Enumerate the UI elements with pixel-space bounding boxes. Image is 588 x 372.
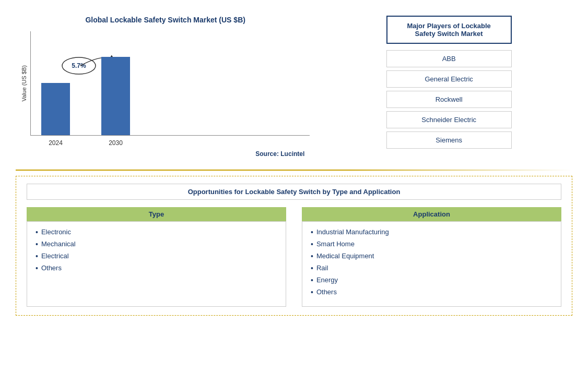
type-item-others: Others	[36, 264, 277, 272]
opportunities-title: Opportunities for Lockable Safety Switch…	[27, 184, 561, 200]
type-column: Type Electronic Mechanical Electrical Ot…	[27, 207, 286, 307]
app-item-industrial: Industrial Manufacturing	[311, 228, 552, 236]
section-divider	[16, 170, 572, 171]
application-column: Application Industrial Manufacturing Sma…	[302, 207, 561, 307]
type-item-mechanical: Mechanical	[36, 240, 277, 248]
application-items-box: Industrial Manufacturing Smart Home Medi…	[302, 221, 561, 307]
players-title: Major Players of Lockable Safety Switch …	[386, 16, 512, 44]
bar-2030: 2030	[101, 57, 130, 135]
app-item-energy: Energy	[311, 276, 552, 284]
chart-area: Value (US $B) 5.7% 2024	[21, 31, 310, 136]
source-text: Source: Lucintel	[21, 150, 310, 158]
opportunities-columns: Type Electronic Mechanical Electrical Ot…	[27, 207, 561, 307]
y-axis-label: Value (US $B)	[21, 65, 27, 102]
app-item-smarthome: Smart Home	[311, 240, 552, 248]
type-item-electrical: Electrical	[36, 252, 277, 260]
player-item-schneider: Schneider Electric	[386, 111, 512, 128]
application-header: Application	[302, 207, 561, 221]
player-item-rockwell: Rockwell	[386, 91, 512, 108]
bottom-section: Opportunities for Lockable Safety Switch…	[16, 176, 572, 316]
bar-label-2030: 2030	[109, 139, 123, 147]
type-item-electronic: Electronic	[36, 228, 277, 236]
app-item-others: Others	[311, 288, 552, 296]
bar-label-2024: 2024	[49, 139, 63, 147]
type-header: Type	[27, 207, 286, 221]
player-item-ge: General Electric	[386, 70, 512, 88]
app-item-rail: Rail	[311, 264, 552, 272]
player-item-abb: ABB	[386, 50, 512, 67]
top-section: Global Lockable Safety Switch Market (US…	[16, 10, 572, 160]
chart-inner: 5.7% 2024 2030	[30, 31, 310, 136]
players-container: Major Players of Lockable Safety Switch …	[325, 10, 572, 160]
chart-title: Global Lockable Safety Switch Market (US…	[85, 16, 245, 24]
player-item-siemens: Siemens	[386, 131, 512, 149]
bar-2024: 2024	[41, 83, 70, 135]
app-item-medical: Medical Equipment	[311, 252, 552, 260]
type-items-box: Electronic Mechanical Electrical Others	[27, 221, 286, 307]
chart-container: Global Lockable Safety Switch Market (US…	[16, 10, 315, 160]
